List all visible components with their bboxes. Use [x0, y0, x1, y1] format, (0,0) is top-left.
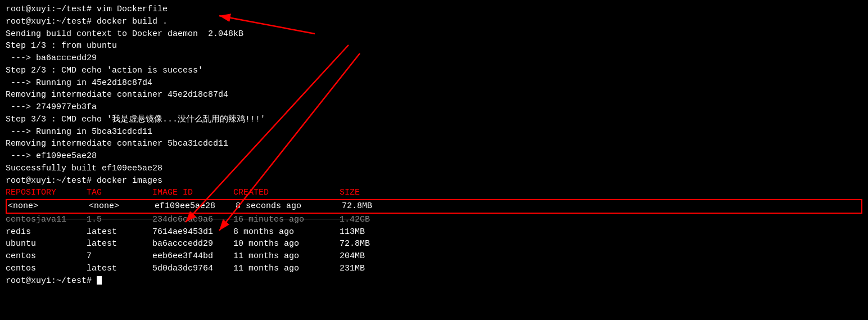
line-4: Step 1/3 : from ubuntu — [6, 40, 862, 52]
line-2: root@xuyi:~/test# docker build . — [6, 16, 862, 28]
last-prompt[interactable]: root@xuyi:~/test# — [6, 275, 862, 287]
line-6: Step 2/3 : CMD echo 'action is success' — [6, 65, 862, 77]
line-12: Removing intermediate container 5bca31cd… — [6, 138, 862, 150]
table-row-6: centos latest 5d0da3dc9764 11 months ago… — [6, 263, 862, 275]
line-11: ---> Running in 5bca31cdcd11 — [6, 126, 862, 138]
line-9: ---> 2749977eb3fa — [6, 101, 862, 114]
line-5: ---> ba6acccedd29 — [6, 52, 862, 65]
line-14: Successfully built ef109ee5ae28 — [6, 163, 862, 175]
line-13: ---> ef109ee5ae28 — [6, 150, 862, 163]
line-8: Removing intermediate container 45e2d18c… — [6, 89, 862, 101]
line-15: root@xuyi:~/test# docker images — [6, 175, 862, 187]
line-1: root@xuyi:~/test# vim Dockerfile — [6, 3, 862, 16]
table-row-3: redis latest 7614ae9453d1 8 months ago 1… — [6, 226, 862, 238]
line-7: ---> Running in 45e2d18c87d4 — [6, 77, 862, 89]
table-row-strikethrough: centosjava11 1.5 234dc6cae9a6 16 minutes… — [6, 214, 862, 226]
line-3: Sending build context to Docker daemon 2… — [6, 28, 862, 40]
table-row-highlighted: <none> <none> ef109ee5ae28 8 seconds ago… — [6, 199, 862, 214]
table-header: REPOSITORY TAG IMAGE ID CREATED SIZE — [6, 187, 862, 199]
terminal: root@xuyi:~/test# vim Dockerfile root@xu… — [0, 0, 868, 290]
table-row-4: ubuntu latest ba6acccedd29 10 months ago… — [6, 238, 862, 250]
line-10: Step 3/3 : CMD echo '我是虚悬镜像...没什么乱用的辣鸡!!… — [6, 114, 862, 126]
table-row-5: centos 7 eeb6ee3f44bd 11 months ago 204M… — [6, 250, 862, 263]
